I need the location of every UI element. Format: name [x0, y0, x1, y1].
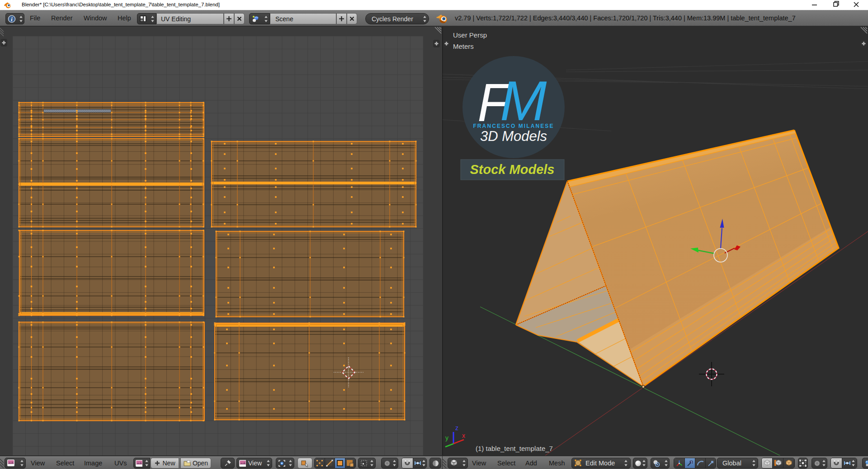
svg-text:y: y [445, 434, 448, 441]
svg-text:Stock Models: Stock Models [470, 162, 555, 177]
svg-text:(1) table_tent_template_7: (1) table_tent_template_7 [476, 445, 553, 452]
svg-text:z: z [455, 424, 458, 431]
svg-text:User Persp: User Persp [453, 31, 487, 39]
svg-text:x: x [462, 432, 465, 439]
svg-text:Meters: Meters [453, 42, 474, 50]
svg-text:3D Models: 3D Models [480, 128, 547, 144]
